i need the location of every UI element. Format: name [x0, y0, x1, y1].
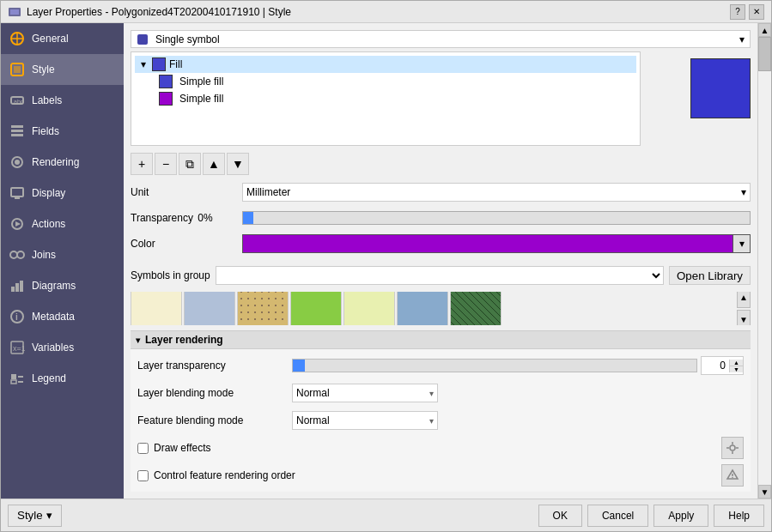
- feature-blending-select[interactable]: Normal ▾: [292, 411, 438, 430]
- sidebar-item-actions[interactable]: Actions: [1, 209, 124, 239]
- ok-button[interactable]: OK: [538, 505, 582, 527]
- main-window: Layer Properties - Polygonized4T20200410…: [0, 0, 772, 532]
- variables-label: Variables: [32, 342, 74, 354]
- tree-expand[interactable]: ▾: [138, 59, 149, 70]
- layer-blending-arrow: ▾: [429, 389, 434, 398]
- sidebar-item-joins[interactable]: Joins: [1, 239, 124, 270]
- layer-transparency-input[interactable]: [702, 360, 729, 372]
- move-up-button[interactable]: ▲: [203, 153, 225, 175]
- draw-effects-row: Draw effects: [137, 437, 744, 459]
- move-down-button[interactable]: ▼: [227, 153, 249, 175]
- swatch-2[interactable]: [184, 292, 235, 325]
- fill-label: Fill: [169, 58, 182, 70]
- color-row: Color ▾: [131, 233, 751, 254]
- layer-blending-value: Normal ▾: [292, 384, 744, 402]
- transparency-bar[interactable]: [242, 211, 751, 225]
- fields-label: Fields: [32, 125, 59, 137]
- cancel-button[interactable]: Cancel: [587, 505, 648, 527]
- layer-blending-row: Layer blending mode Normal ▾: [137, 382, 744, 404]
- layer-rendering-content: Layer transparency ▲ ▼: [131, 348, 751, 492]
- draw-effects-checkbox[interactable]: [137, 443, 149, 454]
- unit-dropdown[interactable]: Millimeter ▾: [242, 183, 751, 202]
- unit-arrow: ▾: [741, 186, 746, 198]
- symbol-type-label: Single symbol: [155, 33, 220, 45]
- layer-transparency-slider[interactable]: [292, 359, 697, 372]
- tree-item-fill[interactable]: ▾ Fill: [135, 56, 636, 73]
- sidebar-item-metadata[interactable]: i Metadata: [1, 301, 124, 332]
- style-dropdown-button[interactable]: Style ▾: [8, 505, 62, 527]
- titlebar-buttons: ? ✕: [730, 4, 764, 20]
- swatch-3[interactable]: [237, 292, 289, 325]
- feature-blending-label: Feature blending mode: [137, 414, 292, 426]
- labels-icon: abc: [9, 93, 25, 108]
- scroll-track[interactable]: [758, 37, 771, 485]
- symbol-type-icon: [137, 33, 149, 45]
- simple-fill-1-label: Simple fill: [179, 76, 223, 88]
- sidebar-item-rendering[interactable]: Rendering: [1, 147, 124, 178]
- swatch-7[interactable]: [450, 292, 501, 325]
- close-button[interactable]: ✕: [749, 4, 764, 20]
- draw-effects-checkbox-row: Draw effects: [137, 442, 210, 454]
- swatch-1[interactable]: [131, 292, 182, 325]
- sidebar-item-legend[interactable]: Legend: [1, 363, 124, 394]
- draw-effects-settings-button[interactable]: [721, 437, 744, 459]
- style-btn-label: Style: [17, 509, 43, 522]
- layer-rendering-header[interactable]: ▾ Layer rendering: [131, 331, 751, 348]
- unit-value: Millimeter: [246, 186, 741, 198]
- window-title: Layer Properties - Polygonized4T20200410…: [27, 6, 291, 18]
- sidebar-item-display[interactable]: Display: [1, 178, 124, 209]
- apply-button[interactable]: Apply: [653, 505, 708, 527]
- svg-rect-30: [11, 380, 16, 384]
- swatch-scroll-down[interactable]: ▼: [737, 310, 751, 325]
- general-icon: [9, 31, 25, 46]
- remove-layer-button[interactable]: −: [155, 153, 177, 175]
- bottom-right: OK Cancel Apply Help: [538, 505, 764, 527]
- swatch-6[interactable]: [397, 292, 448, 325]
- sidebar-item-diagrams[interactable]: Diagrams: [1, 270, 124, 301]
- color-dropdown-button[interactable]: ▾: [733, 234, 751, 253]
- symbols-group-dropdown[interactable]: [216, 266, 664, 285]
- duplicate-layer-button[interactable]: ⧉: [179, 153, 201, 175]
- sidebar-item-variables[interactable]: x=1 Variables: [1, 332, 124, 363]
- swatch-4[interactable]: [290, 292, 342, 325]
- vertical-scrollbar: ▲ ▼: [757, 23, 771, 499]
- titlebar: Layer Properties - Polygonized4T20200410…: [1, 1, 771, 23]
- spinbox-up[interactable]: ▲: [730, 360, 743, 366]
- add-layer-button[interactable]: +: [131, 153, 153, 175]
- symbol-type-dropdown[interactable]: Single symbol ▾: [155, 33, 745, 45]
- sidebar-item-fields[interactable]: Fields: [1, 116, 124, 147]
- swatch-scroll: ▲ ▼: [737, 292, 751, 325]
- swatch-5[interactable]: [343, 292, 395, 325]
- sidebar-item-general[interactable]: General: [1, 23, 124, 54]
- svg-point-40: [732, 477, 733, 479]
- svg-rect-1: [10, 9, 19, 15]
- sidebar-item-labels[interactable]: abc Labels: [1, 85, 124, 116]
- control-rendering-settings-button[interactable]: [721, 464, 744, 487]
- color-bar[interactable]: [242, 234, 733, 253]
- rendering-icon: [9, 154, 25, 170]
- metadata-icon: i: [9, 309, 25, 324]
- feature-blending-mode: Normal: [296, 414, 330, 426]
- tree-item-simple-fill-2[interactable]: Simple fill: [135, 90, 636, 107]
- simple-fill-2-color-box: [159, 92, 173, 106]
- tree-item-simple-fill-1[interactable]: Simple fill: [135, 73, 636, 90]
- spinbox-down[interactable]: ▼: [730, 366, 743, 372]
- control-rendering-checkbox[interactable]: [137, 470, 149, 481]
- scroll-thumb[interactable]: [758, 37, 771, 71]
- svg-point-13: [15, 160, 20, 165]
- help-button[interactable]: Help: [714, 505, 764, 527]
- layer-blending-select[interactable]: Normal ▾: [292, 384, 438, 402]
- svg-rect-10: [11, 130, 23, 132]
- simple-fill-2-label: Simple fill: [179, 93, 223, 105]
- diagrams-icon: [9, 278, 25, 293]
- swatch-scroll-up[interactable]: ▲: [737, 292, 751, 307]
- scroll-down-button[interactable]: ▼: [758, 485, 771, 499]
- open-library-button[interactable]: Open Library: [669, 266, 751, 285]
- scroll-up-button[interactable]: ▲: [758, 23, 771, 37]
- color-label: Color: [131, 238, 242, 250]
- sidebar-item-style[interactable]: Style: [1, 54, 124, 85]
- symbols-group-row: Symbols in group Open Library: [131, 263, 751, 288]
- help-button[interactable]: ?: [730, 4, 745, 20]
- style-btn-arrow: ▾: [46, 509, 52, 522]
- control-rendering-label: Control feature rendering order: [154, 469, 295, 481]
